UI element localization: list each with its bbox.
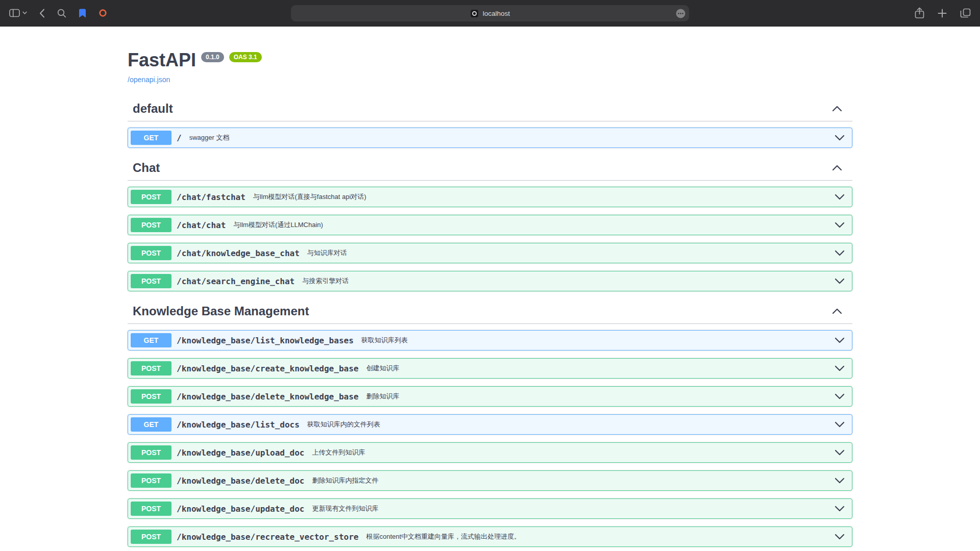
endpoint-description: 与llm模型对话(直接与fastchat api对话) — [253, 192, 366, 202]
section-header[interactable]: Knowledge Base Management — [128, 299, 852, 324]
share-icon — [915, 7, 924, 19]
endpoint-description: 删除知识库内指定文件 — [312, 476, 378, 485]
expand-endpoint-button[interactable] — [835, 478, 845, 484]
sidebar-toggle-button[interactable] — [9, 9, 20, 17]
oas-badge: OAS 3.1 — [229, 52, 262, 62]
endpoint-path: /knowledge_base/list_docs — [177, 420, 300, 430]
endpoint-row[interactable]: GET / swagger 文档 — [128, 128, 852, 148]
endpoint-path: /knowledge_base/delete_doc — [177, 476, 304, 486]
http-method-badge: GET — [131, 417, 172, 432]
expand-endpoint-button[interactable] — [835, 278, 845, 284]
address-bar[interactable]: localhost — [291, 5, 689, 21]
http-method-badge: POST — [131, 445, 172, 460]
openapi-spec-link[interactable]: /openapi.json — [128, 76, 170, 84]
chevron-down-icon — [22, 11, 27, 15]
endpoint-row[interactable]: GET /knowledge_base/list_docs 获取知识库内的文件列… — [128, 414, 852, 435]
section-title: default — [133, 102, 173, 116]
expand-endpoint-button[interactable] — [835, 194, 845, 200]
expand-endpoint-button[interactable] — [835, 337, 845, 343]
endpoint-description: 上传文件到知识库 — [312, 448, 365, 457]
endpoint-path: /knowledge_base/update_doc — [177, 504, 304, 514]
chevron-up-icon — [832, 308, 842, 314]
http-method-badge: POST — [131, 361, 172, 375]
bookmark-extension-icon — [79, 9, 86, 18]
new-tab-button[interactable] — [938, 9, 947, 18]
endpoint-path: /knowledge_base/upload_doc — [177, 448, 304, 458]
collapse-section-button[interactable] — [832, 165, 842, 171]
http-method-badge: POST — [131, 218, 172, 232]
endpoint-description: 获取知识库列表 — [361, 336, 408, 345]
endpoint-row[interactable]: POST /chat/search_engine_chat 与搜索引擎对话 — [128, 271, 852, 291]
endpoint-row[interactable]: POST /chat/chat 与llm模型对话(通过LLMChain) — [128, 215, 852, 235]
collapse-section-button[interactable] — [832, 106, 842, 112]
version-badge: 0.1.0 — [201, 52, 224, 62]
page-menu-button[interactable] — [676, 9, 685, 18]
ring-extension-button[interactable] — [99, 9, 107, 17]
http-method-badge: POST — [131, 274, 172, 288]
endpoint-row[interactable]: POST /knowledge_base/delete_doc 删除知识库内指定… — [128, 470, 852, 491]
http-method-badge: POST — [131, 473, 172, 488]
endpoint-row[interactable]: POST /knowledge_base/update_doc 更新现有文件到知… — [128, 498, 852, 519]
endpoint-row[interactable]: POST /knowledge_base/delete_knowledge_ba… — [128, 386, 852, 407]
http-method-badge: POST — [131, 190, 172, 204]
chevron-down-icon — [835, 337, 845, 343]
collapse-section-button[interactable] — [832, 308, 842, 314]
endpoint-description: 与知识库对话 — [307, 248, 347, 258]
expand-endpoint-button[interactable] — [835, 250, 845, 256]
endpoint-row[interactable]: POST /knowledge_base/create_knowledge_ba… — [128, 358, 852, 379]
endpoint-description: 创建知识库 — [366, 364, 399, 373]
chevron-down-icon — [835, 421, 845, 428]
section-header[interactable]: default — [128, 96, 852, 121]
expand-endpoint-button[interactable] — [835, 449, 845, 456]
back-icon — [39, 9, 45, 18]
chevron-down-icon — [835, 194, 845, 200]
expand-endpoint-button[interactable] — [835, 506, 845, 512]
endpoint-row[interactable]: POST /knowledge_base/recreate_vector_sto… — [128, 527, 852, 547]
expand-endpoint-button[interactable] — [835, 365, 845, 371]
operations-list: GET /knowledge_base/list_knowledge_bases… — [128, 330, 852, 547]
endpoint-row[interactable]: POST /chat/fastchat 与llm模型对话(直接与fastchat… — [128, 187, 852, 207]
chevron-down-icon — [835, 365, 845, 371]
tab-overview-icon — [960, 8, 971, 18]
endpoint-row[interactable]: POST /knowledge_base/upload_doc 上传文件到知识库 — [128, 442, 852, 463]
api-title-text: FastAPI — [128, 49, 196, 71]
section-header[interactable]: Chat — [128, 156, 852, 181]
endpoint-path: /chat/search_engine_chat — [177, 277, 295, 286]
expand-endpoint-button[interactable] — [835, 393, 845, 399]
back-button[interactable] — [39, 9, 45, 18]
endpoint-row[interactable]: POST /chat/knowledge_base_chat 与知识库对话 — [128, 243, 852, 263]
operations-list: GET / swagger 文档 — [128, 128, 852, 148]
http-method-badge: POST — [131, 530, 172, 544]
site-badge-icon — [470, 9, 479, 18]
endpoint-description: 删除知识库 — [366, 392, 399, 401]
http-method-badge: GET — [131, 131, 172, 145]
expand-endpoint-button[interactable] — [835, 135, 845, 141]
chevron-down-icon — [835, 250, 845, 256]
endpoint-path: /knowledge_base/list_knowledge_bases — [177, 336, 354, 345]
http-method-badge: GET — [131, 333, 172, 347]
page-menu-icon — [676, 9, 685, 18]
tab-overview-button[interactable] — [960, 8, 971, 18]
api-info: FastAPI 0.1.0 OAS 3.1 /openapi.json — [128, 49, 852, 84]
http-method-badge: POST — [131, 389, 172, 404]
chevron-down-icon — [835, 135, 845, 141]
chevron-up-icon — [832, 165, 842, 171]
endpoint-description: 获取知识库内的文件列表 — [307, 420, 380, 429]
endpoint-path: /chat/knowledge_base_chat — [177, 248, 300, 258]
address-text: localhost — [483, 10, 510, 17]
endpoint-description: 与llm模型对话(通过LLMChain) — [233, 220, 323, 230]
share-button[interactable] — [915, 7, 924, 19]
expand-endpoint-button[interactable] — [835, 421, 845, 428]
ring-extension-icon — [99, 9, 107, 17]
endpoint-row[interactable]: GET /knowledge_base/list_knowledge_bases… — [128, 330, 852, 350]
section-title: Knowledge Base Management — [133, 304, 309, 318]
http-method-badge: POST — [131, 502, 172, 516]
section-title: Chat — [133, 161, 160, 175]
chevron-down-icon — [835, 278, 845, 284]
expand-endpoint-button[interactable] — [835, 222, 845, 228]
expand-endpoint-button[interactable] — [835, 534, 845, 540]
sidebar-menu-button[interactable] — [22, 11, 27, 15]
bookmark-extension-button[interactable] — [79, 9, 86, 18]
sections-container: default GET / swagger 文档 Chat — [128, 96, 852, 547]
search-button[interactable] — [57, 9, 66, 18]
